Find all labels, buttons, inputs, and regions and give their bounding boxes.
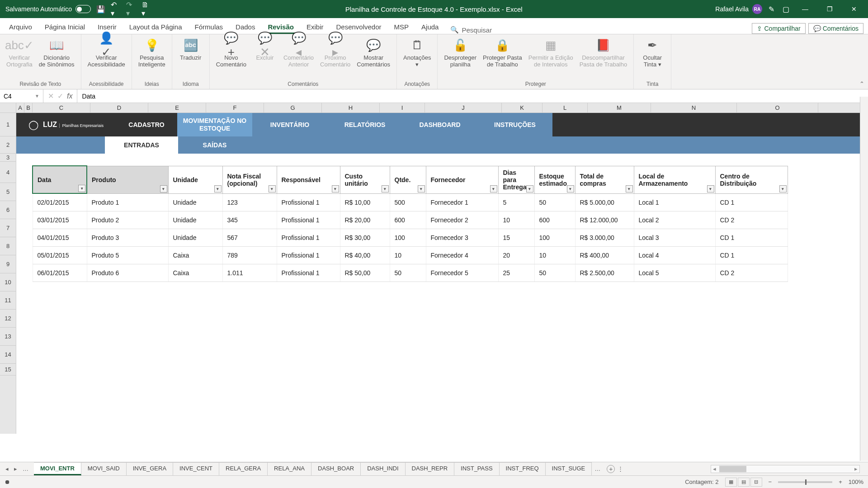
protect-workbook-button[interactable]: 🔒Proteger Pastade Trabalho — [481, 36, 524, 69]
nav-instrucoes[interactable]: INSTRUÇÕES — [477, 113, 552, 136]
select-all-corner[interactable] — [0, 103, 16, 113]
filter-button[interactable]: ▾ — [490, 185, 497, 192]
table-cell[interactable]: 123 — [222, 193, 277, 211]
table-header[interactable]: Total de compras▾ — [575, 166, 634, 193]
table-row[interactable]: 04/01/2015Produto 3Unidade567Profissiona… — [33, 229, 788, 246]
smart-lookup-button[interactable]: 💡PesquisaInteligente — [137, 36, 167, 69]
table-cell[interactable]: 02/01/2015 — [33, 193, 87, 211]
column-header[interactable]: O — [737, 103, 818, 113]
sheet-tab[interactable]: INST_PASS — [454, 462, 500, 475]
sheet-tab[interactable]: INST_SUGE — [546, 462, 592, 475]
table-cell[interactable]: Fornecedor 4 — [426, 246, 498, 264]
minimize-button[interactable]: — — [795, 0, 816, 18]
sheet-tab[interactable]: RELA_ANA — [268, 462, 311, 475]
table-cell[interactable]: 10 — [534, 246, 575, 264]
tab-ajuda[interactable]: Ajuda — [415, 20, 445, 34]
table-cell[interactable]: R$ 3.000,00 — [575, 229, 634, 246]
table-cell[interactable]: 500 — [390, 193, 426, 211]
table-cell[interactable]: Local 4 — [634, 246, 715, 264]
table-cell[interactable]: Profissional 1 — [277, 211, 340, 229]
row-header[interactable]: 10 — [0, 273, 16, 291]
filter-button[interactable]: ▾ — [526, 185, 533, 192]
scrollbar-thumb[interactable] — [719, 466, 746, 472]
table-cell[interactable]: 03/01/2015 — [33, 211, 87, 229]
sheet-nav-more[interactable]: … — [21, 465, 30, 473]
table-cell[interactable]: CD 1 — [715, 246, 788, 264]
table-cell[interactable]: 05/01/2015 — [33, 246, 87, 264]
tab-msp[interactable]: MSP — [388, 20, 415, 34]
table-cell[interactable]: 10 — [390, 246, 426, 264]
table-row[interactable]: 03/01/2015Produto 2Unidade345Profissiona… — [33, 211, 788, 229]
sheet-tab[interactable]: INVE_GERA — [127, 462, 173, 475]
column-header[interactable]: K — [502, 103, 542, 113]
table-header[interactable]: Qtde.▾ — [390, 166, 426, 193]
column-header[interactable]: A — [16, 103, 24, 113]
table-cell[interactable]: 15 — [498, 229, 534, 246]
sheet-tab[interactable]: INVE_CENT — [173, 462, 219, 475]
translate-button[interactable]: 🔤Traduzir — [177, 36, 205, 62]
nav-movimentacao[interactable]: MOVIMENTAÇÃO NO ESTOQUE — [177, 113, 252, 136]
table-cell[interactable]: R$ 12.000,00 — [575, 211, 634, 229]
filter-button[interactable]: ▾ — [779, 185, 787, 192]
table-cell[interactable]: 10 — [498, 211, 534, 229]
table-cell[interactable]: Profissional 1 — [277, 193, 340, 211]
table-header[interactable]: Estoque estimado▾ — [534, 166, 575, 193]
nav-inventario[interactable]: INVENTÁRIO — [252, 113, 327, 136]
sheet-tab[interactable]: RELA_GERA — [219, 462, 268, 475]
row-header[interactable]: 14 — [0, 346, 16, 364]
close-button[interactable]: ✕ — [844, 0, 864, 18]
table-header[interactable]: Data▾ — [33, 166, 87, 193]
table-cell[interactable]: 345 — [222, 211, 277, 229]
table-cell[interactable]: R$ 50,00 — [340, 264, 390, 282]
table-cell[interactable]: Fornecedor 1 — [426, 193, 498, 211]
filter-button[interactable]: ▾ — [160, 185, 167, 192]
cancel-formula-icon[interactable]: ✕ — [48, 92, 54, 100]
table-cell[interactable]: 1.011 — [222, 264, 277, 282]
redo-icon[interactable]: ↷ ▾ — [126, 4, 137, 14]
table-row[interactable]: 02/01/2015Produto 1Unidade123Profissiona… — [33, 193, 788, 211]
spellcheck-button[interactable]: abc✓VerificarOrtografia — [5, 36, 34, 69]
table-cell[interactable]: 50 — [534, 264, 575, 282]
column-header[interactable]: N — [651, 103, 737, 113]
table-cell[interactable]: 04/01/2015 — [33, 229, 87, 246]
table-cell[interactable]: CD 2 — [715, 211, 788, 229]
unshare-workbook-button[interactable]: 📕DescompartilharPasta de Trabalho — [578, 36, 629, 69]
subnav-saidas[interactable]: SAÍDAS — [178, 136, 251, 154]
table-cell[interactable]: 100 — [534, 229, 575, 246]
autosave-toggle[interactable]: Salvamento Automático — [5, 5, 91, 13]
filter-button[interactable]: ▾ — [332, 185, 339, 192]
column-header[interactable]: M — [588, 103, 651, 113]
filter-button[interactable]: ▾ — [78, 185, 85, 192]
sheet-tab[interactable]: DASH_INDI — [361, 462, 405, 475]
table-cell[interactable]: R$ 30,00 — [340, 229, 390, 246]
table-header[interactable]: Responsável▾ — [277, 166, 340, 193]
tab-arquivo[interactable]: Arquivo — [3, 20, 38, 34]
column-header[interactable]: D — [90, 103, 148, 113]
sheet-tab[interactable]: INST_FREQ — [500, 462, 546, 475]
toggle-switch[interactable] — [75, 5, 91, 13]
fx-icon[interactable]: fx — [67, 92, 72, 100]
row-header[interactable]: 15 — [0, 364, 16, 375]
zoom-level[interactable]: 100% — [849, 479, 863, 485]
nav-cadastro[interactable]: CADASTRO — [116, 113, 177, 136]
table-row[interactable]: 06/01/2015Produto 6Caixa1.011Profissiona… — [33, 264, 788, 282]
table-header[interactable]: Centro de Distribuição▾ — [715, 166, 788, 193]
table-cell[interactable]: Produto 3 — [87, 229, 168, 246]
table-cell[interactable]: Unidade — [168, 193, 222, 211]
column-header[interactable]: J — [425, 103, 502, 113]
table-cell[interactable]: R$ 400,00 — [575, 246, 634, 264]
filter-button[interactable]: ▾ — [567, 185, 574, 192]
table-cell[interactable]: 06/01/2015 — [33, 264, 87, 282]
view-page-break-button[interactable]: ⊟ — [750, 478, 762, 487]
column-header[interactable]: B — [24, 103, 33, 113]
sheet-tab[interactable]: DASH_BOAR — [311, 462, 361, 475]
table-cell[interactable]: Produto 5 — [87, 246, 168, 264]
filter-button[interactable]: ▾ — [214, 185, 222, 192]
delete-comment-button[interactable]: 💬✕Excluir — [251, 36, 279, 69]
show-comments-button[interactable]: 💬MostrarComentários — [355, 36, 392, 69]
row-header[interactable]: 13 — [0, 328, 16, 346]
chevron-down-icon[interactable]: ▼ — [35, 94, 39, 99]
row-header[interactable]: 4 — [0, 162, 16, 183]
search-box[interactable]: 🔍 Pesquisar — [445, 26, 497, 34]
table-cell[interactable]: Profissional 1 — [277, 229, 340, 246]
